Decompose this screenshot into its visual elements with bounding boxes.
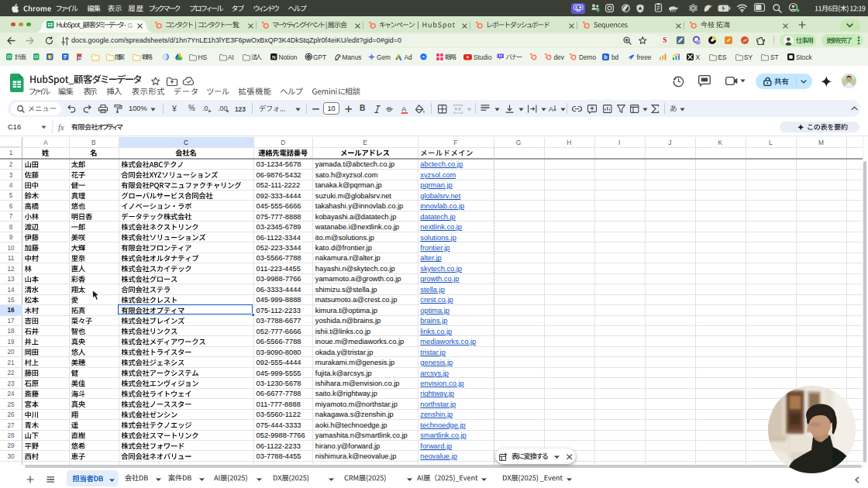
svg-text:A: A <box>401 105 406 112</box>
svg-text:S: S <box>387 105 391 113</box>
svg-text:A: A <box>549 105 553 112</box>
svg-text:N: N <box>272 54 276 60</box>
svg-text:fx: fx <box>58 123 64 132</box>
svg-text:.00: .00 <box>218 105 228 112</box>
svg-text:5: 5 <box>48 55 50 60</box>
svg-text:15: 15 <box>696 40 701 44</box>
svg-text:b: b <box>604 54 607 60</box>
svg-text:S: S <box>663 36 666 44</box>
svg-text:.0: .0 <box>202 105 208 112</box>
